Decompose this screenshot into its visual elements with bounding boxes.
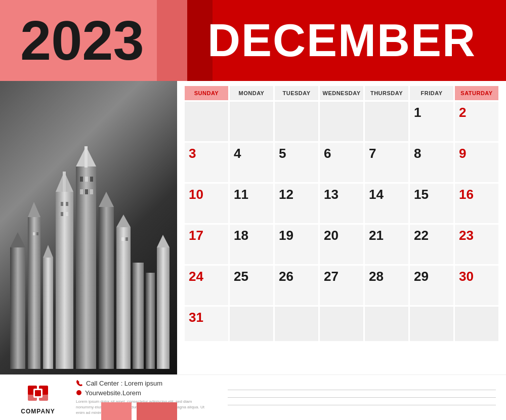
table-row: 22 bbox=[410, 225, 453, 264]
table-row: 8 bbox=[410, 143, 453, 182]
footer-lines bbox=[218, 390, 496, 405]
circle-bullet-icon bbox=[76, 390, 82, 396]
table-row: 10 bbox=[185, 184, 228, 223]
table-row: 23 bbox=[455, 225, 498, 264]
header-monday: MONDAY bbox=[230, 86, 273, 100]
svg-rect-39 bbox=[35, 390, 41, 396]
table-row: 6 bbox=[320, 143, 363, 182]
svg-rect-26 bbox=[90, 177, 93, 182]
svg-rect-31 bbox=[36, 232, 38, 235]
svg-rect-30 bbox=[33, 232, 35, 235]
call-center-line: Call Center : Lorem ipsum bbox=[76, 380, 207, 387]
city-skyline-svg bbox=[0, 110, 177, 374]
table-row: 11 bbox=[230, 184, 273, 223]
footer-line-3 bbox=[228, 405, 496, 405]
calendar-header: 2023 DECEMBER bbox=[0, 0, 506, 81]
table-row: 3 bbox=[185, 143, 228, 182]
footer-line-2 bbox=[228, 397, 496, 398]
table-row bbox=[455, 307, 498, 341]
pink-accent-block-1 bbox=[101, 402, 132, 420]
table-row: 30 bbox=[455, 266, 498, 305]
city-image bbox=[0, 81, 177, 374]
table-row: 4 bbox=[230, 143, 273, 182]
table-row: 31 bbox=[185, 307, 228, 341]
table-row: 27 bbox=[320, 266, 363, 305]
table-row: 5 bbox=[275, 143, 318, 182]
company-logo-icon bbox=[25, 381, 51, 406]
table-row: 15 bbox=[410, 184, 453, 223]
table-row: 21 bbox=[365, 225, 408, 264]
calendar-day-headers: SUNDAY MONDAY TUESDAY WEDNESDAY THURSDAY… bbox=[185, 86, 498, 100]
table-row bbox=[275, 102, 318, 141]
table-row: 13 bbox=[320, 184, 363, 223]
calendar-footer: COMPANY Call Center : Lorem ipsum Yourwe… bbox=[0, 374, 506, 420]
table-row bbox=[230, 102, 273, 141]
phone-icon bbox=[76, 380, 83, 387]
website-line: Yourwebsite.Lorem bbox=[76, 389, 207, 397]
table-row: 28 bbox=[365, 266, 408, 305]
table-row bbox=[320, 102, 363, 141]
header-month-section: DECEMBER bbox=[187, 0, 506, 81]
svg-rect-6 bbox=[56, 192, 73, 369]
header-sunday: SUNDAY bbox=[185, 86, 228, 100]
table-row: 20 bbox=[320, 225, 363, 264]
table-row: 26 bbox=[275, 266, 318, 305]
svg-rect-12 bbox=[99, 207, 114, 369]
company-name-label: COMPANY bbox=[21, 408, 55, 415]
svg-rect-8 bbox=[63, 172, 66, 192]
svg-rect-14 bbox=[116, 227, 131, 369]
table-row bbox=[185, 102, 228, 141]
table-row: 29 bbox=[410, 266, 453, 305]
table-row: 14 bbox=[365, 184, 408, 223]
svg-rect-24 bbox=[80, 177, 83, 182]
year-label: 2023 bbox=[20, 13, 144, 68]
svg-rect-28 bbox=[85, 189, 88, 194]
website-text: Yourwebsite.Lorem bbox=[85, 389, 141, 397]
table-row: 9 bbox=[455, 143, 498, 182]
svg-rect-11 bbox=[85, 146, 88, 167]
svg-rect-20 bbox=[61, 202, 63, 206]
svg-rect-17 bbox=[146, 273, 155, 369]
table-row bbox=[275, 307, 318, 341]
svg-rect-18 bbox=[157, 247, 170, 369]
header-tuesday: TUESDAY bbox=[275, 86, 318, 100]
call-center-text: Call Center : Lorem ipsum bbox=[86, 380, 162, 387]
table-row: 19 bbox=[275, 225, 318, 264]
table-row: 12 bbox=[275, 184, 318, 223]
svg-rect-0 bbox=[10, 247, 25, 369]
svg-marker-3 bbox=[28, 202, 40, 217]
svg-rect-32 bbox=[121, 237, 124, 241]
header-thursday: THURSDAY bbox=[365, 86, 408, 100]
header-saturday: SATURDAY bbox=[455, 86, 498, 100]
pink-accent-block-2 bbox=[137, 402, 177, 420]
calendar-grid-area: SUNDAY MONDAY TUESDAY WEDNESDAY THURSDAY… bbox=[177, 81, 506, 374]
month-label: DECEMBER bbox=[207, 15, 476, 67]
svg-rect-2 bbox=[28, 217, 40, 369]
svg-rect-27 bbox=[80, 189, 83, 194]
table-row: 17 bbox=[185, 225, 228, 264]
svg-rect-29 bbox=[90, 189, 93, 194]
table-row: 24 bbox=[185, 266, 228, 305]
main-content: SUNDAY MONDAY TUESDAY WEDNESDAY THURSDAY… bbox=[0, 81, 506, 374]
company-logo-area: COMPANY bbox=[10, 381, 66, 415]
header-year-section: 2023 bbox=[0, 0, 187, 81]
table-row: 25 bbox=[230, 266, 273, 305]
svg-point-40 bbox=[76, 390, 81, 395]
svg-marker-15 bbox=[116, 215, 131, 227]
header-friday: FRIDAY bbox=[410, 86, 453, 100]
header-wednesday: WEDNESDAY bbox=[320, 86, 363, 100]
table-row: 7 bbox=[365, 143, 408, 182]
table-row bbox=[410, 307, 453, 341]
svg-marker-5 bbox=[43, 245, 53, 258]
svg-marker-1 bbox=[10, 232, 25, 247]
svg-rect-22 bbox=[61, 212, 63, 216]
svg-rect-25 bbox=[85, 177, 88, 182]
table-row: 2 bbox=[455, 102, 498, 141]
svg-rect-33 bbox=[125, 237, 128, 241]
svg-marker-19 bbox=[157, 235, 170, 247]
footer-line-1 bbox=[228, 390, 496, 390]
svg-rect-4 bbox=[43, 258, 53, 369]
svg-rect-9 bbox=[76, 166, 96, 369]
table-row bbox=[365, 307, 408, 341]
table-row: 1 bbox=[410, 102, 453, 141]
